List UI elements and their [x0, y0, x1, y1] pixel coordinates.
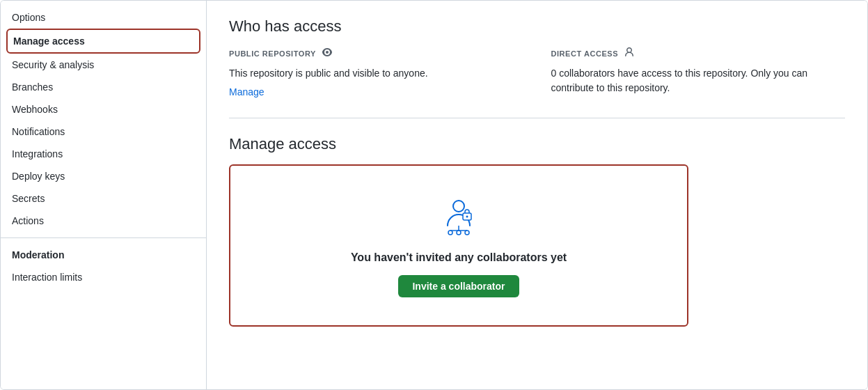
- sidebar-divider: [1, 237, 206, 238]
- invite-collaborator-button[interactable]: Invite a collaborator: [398, 275, 519, 297]
- collab-empty-text: You haven't invited any collaborators ye…: [351, 251, 567, 264]
- sidebar-item-integrations[interactable]: Integrations: [1, 143, 206, 165]
- who-has-access-row: PUBLIC REPOSITORY This repository is pub…: [229, 47, 845, 118]
- sidebar: Options Manage access Security & analysi…: [1, 1, 207, 389]
- sidebar-item-options[interactable]: Options: [1, 6, 206, 29]
- svg-point-4: [457, 231, 461, 235]
- public-repo-card: PUBLIC REPOSITORY This repository is pub…: [229, 47, 523, 101]
- sidebar-item-branches[interactable]: Branches: [1, 76, 206, 98]
- svg-point-2: [466, 216, 468, 218]
- sidebar-item-secrets[interactable]: Secrets: [1, 187, 206, 210]
- collaborators-empty-box: You haven't invited any collaborators ye…: [229, 164, 688, 327]
- manage-access-title: Manage access: [229, 135, 845, 153]
- sidebar-item-security-analysis[interactable]: Security & analysis: [1, 54, 206, 76]
- public-repo-text: This repository is public and visible to…: [229, 66, 523, 81]
- collab-icon-wrapper: [436, 194, 481, 240]
- svg-point-3: [448, 231, 452, 235]
- svg-point-0: [453, 201, 464, 212]
- main-content: Who has access PUBLIC REPOSITORY This re…: [207, 1, 867, 389]
- sidebar-moderation-label: Moderation: [1, 244, 206, 266]
- sidebar-item-interaction-limits[interactable]: Interaction limits: [1, 266, 206, 288]
- direct-access-text: 0 collaborators have access to this repo…: [551, 66, 846, 95]
- direct-access-header: DIRECT ACCESS: [551, 47, 846, 61]
- sidebar-item-webhooks[interactable]: Webhooks: [1, 98, 206, 120]
- direct-access-label: DIRECT ACCESS: [551, 49, 619, 58]
- collaborators-icon: [436, 194, 481, 238]
- who-has-access-title: Who has access: [229, 17, 845, 36]
- svg-point-5: [465, 231, 469, 235]
- sidebar-item-notifications[interactable]: Notifications: [1, 120, 206, 143]
- manage-link[interactable]: Manage: [229, 86, 265, 98]
- sidebar-item-manage-access[interactable]: Manage access: [6, 29, 200, 54]
- public-repo-header: PUBLIC REPOSITORY: [229, 47, 523, 61]
- public-repo-label: PUBLIC REPOSITORY: [229, 49, 316, 58]
- sidebar-item-actions[interactable]: Actions: [1, 210, 206, 232]
- eye-icon: [322, 47, 333, 61]
- direct-access-card: DIRECT ACCESS 0 collaborators have acces…: [551, 47, 846, 101]
- sidebar-item-deploy-keys[interactable]: Deploy keys: [1, 165, 206, 187]
- person-icon: [624, 47, 635, 61]
